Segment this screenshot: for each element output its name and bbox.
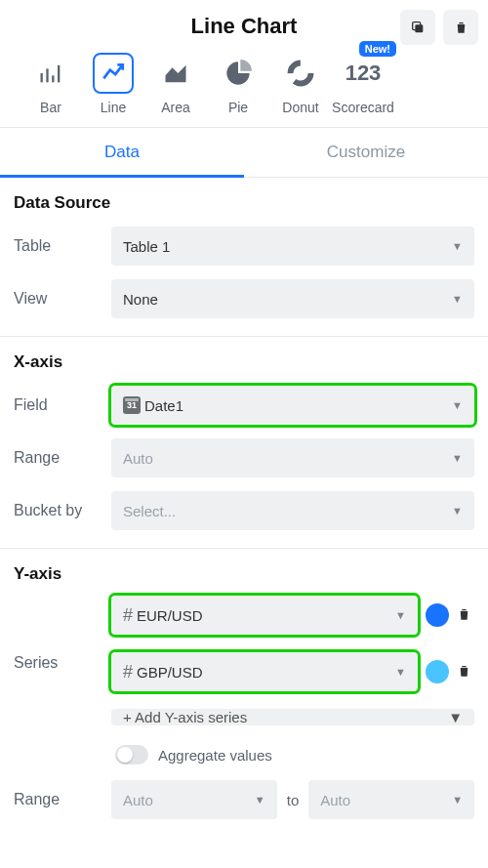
delete-series-1[interactable] — [457, 663, 474, 682]
chevron-down-icon: ▼ — [452, 505, 463, 517]
select-value: Date1 — [144, 397, 183, 414]
table-label: Table — [14, 237, 111, 255]
chevron-down-icon: ▼ — [452, 240, 463, 252]
range-to-label: to — [287, 792, 300, 808]
bar-icon — [37, 60, 64, 87]
add-series-label: + Add Y-axis series — [123, 709, 247, 725]
series-color-1[interactable] — [426, 660, 449, 683]
section-x-axis: X-axis Field 31 Date1 ▼ Range Auto ▼ Buc… — [0, 337, 488, 549]
trash-icon — [457, 606, 471, 622]
y-range-from-select[interactable]: Auto ▼ — [111, 780, 277, 819]
chevron-down-icon: ▼ — [448, 709, 463, 725]
y-range-label: Range — [14, 791, 111, 808]
number-field-icon: # — [123, 662, 133, 682]
select-value: EUR/USD — [137, 607, 203, 624]
series-color-0[interactable] — [426, 603, 449, 627]
chevron-down-icon: ▼ — [452, 293, 463, 305]
x-range-select[interactable]: Auto ▼ — [111, 438, 474, 477]
table-select[interactable]: Table 1 ▼ — [111, 227, 474, 266]
range-label: Range — [14, 449, 111, 467]
bucket-by-select[interactable]: Select... ▼ — [111, 491, 474, 530]
add-y-series-button[interactable]: + Add Y-axis series ▼ — [111, 709, 474, 725]
chart-type-area[interactable]: Area — [144, 53, 207, 115]
select-value: Auto — [320, 792, 350, 808]
chevron-down-icon: ▼ — [452, 794, 463, 806]
chevron-down-icon: ▼ — [452, 399, 463, 411]
select-value: GBP/USD — [137, 664, 203, 681]
duplicate-button[interactable] — [400, 10, 435, 45]
chart-type-label: Line — [101, 100, 126, 115]
chart-type-donut[interactable]: Donut — [269, 53, 332, 115]
line-icon — [101, 61, 126, 86]
chart-type-bar[interactable]: Bar — [20, 53, 82, 115]
trash-icon — [457, 663, 471, 679]
chevron-down-icon: ▼ — [395, 609, 406, 621]
chart-type-picker: Bar Line Area Pie Donut New! 123 Scoreca… — [0, 45, 488, 128]
chart-type-label: Bar — [40, 100, 61, 115]
view-label: View — [14, 290, 111, 308]
chart-type-line[interactable]: Line — [82, 53, 144, 115]
scorecard-icon: 123 — [346, 62, 382, 84]
section-title: X-axis — [14, 352, 474, 372]
chart-type-label: Pie — [228, 100, 248, 115]
donut-icon — [287, 60, 314, 87]
section-data-source: Data Source Table Table 1 ▼ View None ▼ — [0, 178, 488, 337]
chart-type-scorecard[interactable]: New! 123 Scorecard — [332, 53, 394, 115]
aggregate-label: Aggregate values — [158, 747, 272, 764]
chart-type-label: Area — [161, 100, 190, 115]
trash-icon — [454, 20, 468, 35]
svg-rect-0 — [415, 24, 423, 32]
aggregate-toggle[interactable] — [115, 745, 148, 765]
chevron-down-icon: ▼ — [452, 452, 463, 464]
y-series-select-1[interactable]: # GBP/USD ▼ — [111, 652, 418, 691]
number-field-icon: # — [123, 605, 133, 626]
date-field-icon: 31 — [123, 396, 141, 414]
chart-type-pie[interactable]: Pie — [207, 53, 269, 115]
select-value: Select... — [123, 503, 176, 519]
chevron-down-icon: ▼ — [255, 794, 265, 806]
tab-customize[interactable]: Customize — [244, 128, 488, 177]
new-badge: New! — [359, 41, 396, 57]
y-range-to-select[interactable]: Auto ▼ — [308, 780, 474, 819]
pie-icon — [224, 60, 252, 87]
select-value: Auto — [123, 792, 153, 808]
svg-point-6 — [291, 63, 311, 84]
chart-type-label: Scorecard — [332, 100, 394, 115]
copy-icon — [410, 20, 426, 35]
config-tabs: Data Customize — [0, 128, 488, 178]
area-icon — [162, 60, 189, 87]
delete-series-0[interactable] — [457, 606, 474, 625]
section-y-axis: Y-axis Series # EUR/USD ▼ — [0, 549, 488, 837]
select-value: Auto — [123, 450, 153, 467]
select-value: Table 1 — [123, 238, 170, 255]
select-value: None — [123, 291, 158, 308]
bucket-label: Bucket by — [14, 502, 111, 519]
x-field-select[interactable]: 31 Date1 ▼ — [111, 386, 474, 425]
tab-data[interactable]: Data — [0, 128, 244, 177]
delete-button[interactable] — [443, 10, 478, 45]
field-label: Field — [14, 396, 111, 414]
section-title: Data Source — [14, 193, 474, 213]
series-label: Series — [14, 596, 111, 672]
chevron-down-icon: ▼ — [395, 666, 406, 678]
chart-type-label: Donut — [282, 100, 318, 115]
y-series-select-0[interactable]: # EUR/USD ▼ — [111, 596, 418, 635]
section-title: Y-axis — [14, 564, 474, 584]
view-select[interactable]: None ▼ — [111, 279, 474, 318]
